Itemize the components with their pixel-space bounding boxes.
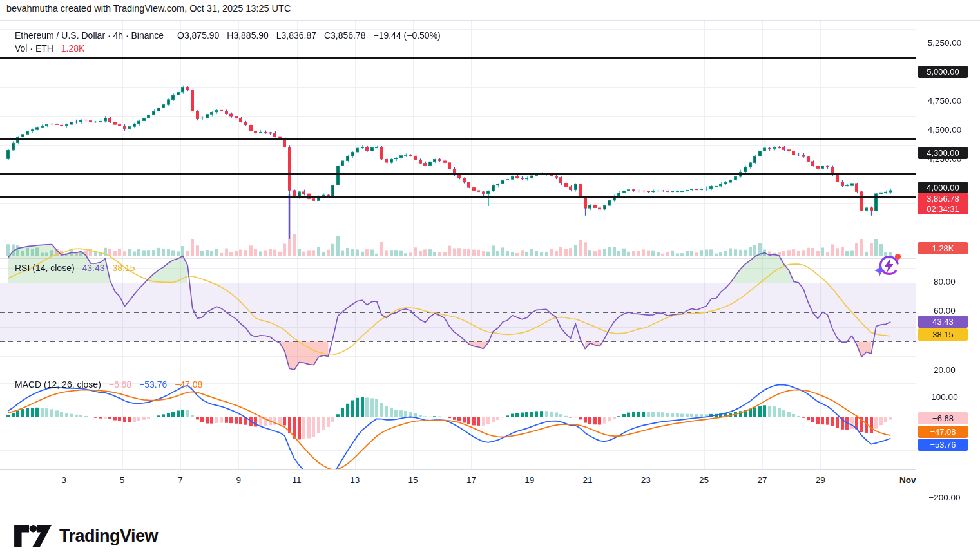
price-chart-canvas[interactable] [0, 21, 916, 490]
ohlc-high: H3,885.90 [227, 30, 269, 41]
time-label-19: 19 [524, 474, 534, 487]
time-label-15: 15 [408, 474, 418, 487]
symbol-legend: Ethereum / U.S. Dollar · 4h · Binance O3… [15, 30, 441, 41]
price-line-label-4000: 4,000.00 [918, 182, 968, 194]
macd-line-value: −53.76 [139, 379, 167, 390]
rsi-ma-value: 38.15 [112, 263, 135, 273]
volume-legend: Vol · ETH 1.28K [15, 43, 84, 53]
time-label-5: 5 [120, 474, 125, 487]
volume-axis-badge: 1.28K [918, 242, 968, 254]
macd-axis-label--200: −200.00 [916, 491, 973, 504]
time-label-17: 17 [466, 474, 476, 487]
last-price-badge: 3,856.78 02:34:31 [918, 193, 968, 214]
rsi-legend: RSI (14, close) 43.43 38.15 [15, 263, 135, 273]
lightning-bolt [885, 258, 894, 272]
supercharts-flash-icon[interactable] [874, 250, 903, 278]
time-label-29: 29 [816, 474, 825, 487]
time-label-21: 21 [582, 474, 592, 487]
volume-label[interactable]: Vol · ETH [15, 43, 53, 53]
macd-hist-value: −6.68 [109, 379, 131, 390]
price-line-label-4300: 4,300.00 [918, 147, 968, 159]
footer: TradingView [14, 522, 158, 550]
rsi-title[interactable]: RSI (14, close) [15, 263, 75, 273]
brand-name[interactable]: TradingView [59, 526, 158, 546]
price-scale[interactable]: 5,250.004,750.004,500.004,250.003,500.00… [916, 21, 980, 490]
rsi-axis-label-20: 20.00 [916, 364, 973, 376]
time-label-Nov: Nov [899, 474, 916, 487]
last-price-value: 3,856.78 [918, 193, 968, 204]
symbol-title[interactable]: Ethereum / U.S. Dollar · 4h · Binance [15, 30, 164, 41]
axis-label-4500: 4,500.00 [916, 124, 973, 136]
sparkle-star [874, 265, 885, 276]
macd-title[interactable]: MACD (12, 26, close) [15, 379, 101, 390]
time-label-27: 27 [757, 474, 767, 487]
macd-hist-axis-badge: −6.68 [918, 412, 968, 424]
time-label-25: 25 [699, 474, 709, 487]
price-line-label-5000: 5,000.00 [918, 66, 968, 78]
tradingview-logo-icon[interactable] [14, 525, 52, 547]
tradingview-chart-page: bevahmutha created with TradingView.com,… [0, 0, 980, 559]
rsi-value: 43.43 [82, 263, 104, 273]
change-value: −19.44 (−0.50%) [373, 30, 440, 41]
macd-line-axis-badge: −53.76 [918, 439, 968, 451]
time-label-23: 23 [641, 474, 651, 487]
ohlc-open: O3,875.90 [177, 30, 219, 41]
time-label-13: 13 [350, 474, 360, 487]
chart-area: Ethereum / U.S. Dollar · 4h · Binance O3… [0, 20, 980, 490]
rsi-ma-axis-badge: 38.15 [918, 328, 968, 341]
rsi-axis-label-80: 80.00 [916, 276, 973, 288]
credit-text: bevahmutha created with TradingView.com,… [6, 3, 291, 14]
axis-label-5250: 5,250.00 [916, 37, 973, 49]
time-label-11: 11 [292, 474, 301, 487]
bar-countdown: 02:34:31 [918, 204, 968, 214]
macd-signal-value: −47.08 [175, 379, 202, 390]
time-label-9: 9 [236, 474, 241, 487]
macd-signal-axis-badge: −47.08 [918, 426, 968, 438]
ohlc-low: L3,836.87 [276, 30, 316, 41]
time-scale[interactable]: 357911131517192123252729Nov [0, 469, 980, 490]
time-label-3: 3 [62, 474, 67, 487]
volume-value: 1.28K [61, 43, 85, 53]
axis-label-4750: 4,750.00 [916, 95, 973, 107]
macd-legend: MACD (12, 26, close) −6.68 −53.76 −47.08 [15, 379, 202, 390]
ohlc-close: C3,856.78 [324, 30, 366, 41]
time-label-7: 7 [178, 474, 183, 487]
red-dot [895, 254, 901, 260]
rsi-axis-badge: 43.43 [918, 316, 968, 328]
macd-axis-label-100: 100.00 [916, 391, 973, 403]
